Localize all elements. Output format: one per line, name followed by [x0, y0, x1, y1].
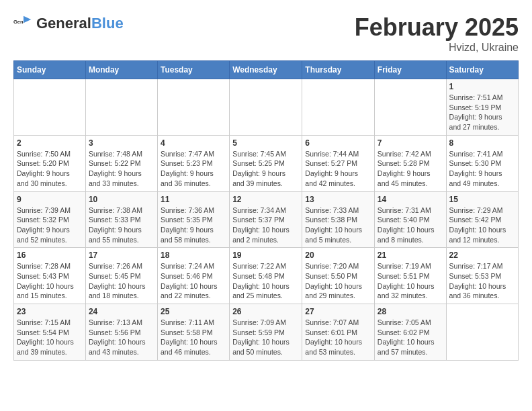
day-info: Sunrise: 7:42 AM Sunset: 5:28 PM Dayligh…	[378, 149, 443, 189]
calendar-cell	[302, 79, 375, 136]
weekday-header-row: SundayMondayTuesdayWednesdayThursdayFrid…	[14, 61, 519, 79]
calendar-cell: 10Sunrise: 7:38 AM Sunset: 5:33 PM Dayli…	[85, 191, 157, 248]
calendar-cell: 6Sunrise: 7:44 AM Sunset: 5:27 PM Daylig…	[302, 135, 375, 191]
day-info: Sunrise: 7:28 AM Sunset: 5:43 PM Dayligh…	[17, 261, 83, 301]
calendar-cell: 19Sunrise: 7:22 AM Sunset: 5:48 PM Dayli…	[230, 248, 302, 304]
page-header: Gen General Blue February 2025 Hvizd, Uk…	[13, 13, 519, 54]
day-number: 15	[449, 195, 515, 204]
day-info: Sunrise: 7:29 AM Sunset: 5:42 PM Dayligh…	[449, 205, 515, 245]
calendar-table: SundayMondayTuesdayWednesdayThursdayFrid…	[13, 60, 519, 361]
logo-icon: Gen	[13, 13, 34, 34]
weekday-header-wednesday: Wednesday	[230, 61, 302, 79]
calendar-cell: 15Sunrise: 7:29 AM Sunset: 5:42 PM Dayli…	[446, 191, 518, 248]
calendar-week-row: 16Sunrise: 7:28 AM Sunset: 5:43 PM Dayli…	[14, 248, 519, 304]
calendar-cell: 17Sunrise: 7:26 AM Sunset: 5:45 PM Dayli…	[85, 248, 157, 304]
day-number: 4	[161, 138, 226, 148]
day-number: 20	[305, 250, 371, 260]
logo-text-general: General	[36, 15, 91, 32]
calendar-cell: 9Sunrise: 7:39 AM Sunset: 5:32 PM Daylig…	[14, 191, 86, 248]
day-number: 17	[89, 250, 154, 260]
calendar-cell: 24Sunrise: 7:13 AM Sunset: 5:56 PM Dayli…	[85, 304, 157, 361]
day-number: 21	[378, 250, 443, 260]
calendar-cell: 20Sunrise: 7:20 AM Sunset: 5:50 PM Dayli…	[302, 248, 375, 304]
day-number: 12	[232, 195, 299, 204]
calendar-cell	[446, 304, 518, 361]
day-info: Sunrise: 7:24 AM Sunset: 5:46 PM Dayligh…	[161, 261, 226, 301]
calendar-week-row: 1Sunrise: 7:51 AM Sunset: 5:19 PM Daylig…	[14, 79, 519, 136]
day-info: Sunrise: 7:17 AM Sunset: 5:53 PM Dayligh…	[449, 261, 515, 301]
weekday-header-sunday: Sunday	[14, 61, 86, 79]
calendar-cell	[374, 79, 446, 136]
day-info: Sunrise: 7:15 AM Sunset: 5:54 PM Dayligh…	[17, 318, 83, 357]
calendar-cell: 11Sunrise: 7:36 AM Sunset: 5:35 PM Dayli…	[157, 191, 229, 248]
day-number: 11	[161, 195, 226, 204]
weekday-header-friday: Friday	[374, 61, 446, 79]
calendar-cell: 16Sunrise: 7:28 AM Sunset: 5:43 PM Dayli…	[14, 248, 86, 304]
day-info: Sunrise: 7:36 AM Sunset: 5:35 PM Dayligh…	[161, 205, 226, 245]
day-number: 25	[161, 307, 226, 316]
calendar-cell	[85, 79, 157, 136]
calendar-cell: 22Sunrise: 7:17 AM Sunset: 5:53 PM Dayli…	[446, 248, 518, 304]
svg-text:Gen: Gen	[13, 19, 24, 25]
calendar-cell: 7Sunrise: 7:42 AM Sunset: 5:28 PM Daylig…	[374, 135, 446, 191]
calendar-subtitle: Hvizd, Ukraine	[355, 42, 519, 54]
day-number: 16	[17, 250, 83, 260]
calendar-cell: 28Sunrise: 7:05 AM Sunset: 6:02 PM Dayli…	[374, 304, 446, 361]
day-info: Sunrise: 7:51 AM Sunset: 5:19 PM Dayligh…	[449, 93, 515, 132]
day-info: Sunrise: 7:19 AM Sunset: 5:51 PM Dayligh…	[378, 261, 443, 301]
day-info: Sunrise: 7:50 AM Sunset: 5:20 PM Dayligh…	[17, 149, 83, 189]
day-info: Sunrise: 7:31 AM Sunset: 5:40 PM Dayligh…	[378, 205, 443, 245]
weekday-header-thursday: Thursday	[302, 61, 375, 79]
day-info: Sunrise: 7:48 AM Sunset: 5:22 PM Dayligh…	[89, 149, 154, 189]
calendar-cell	[230, 79, 302, 136]
calendar-cell: 18Sunrise: 7:24 AM Sunset: 5:46 PM Dayli…	[157, 248, 229, 304]
day-info: Sunrise: 7:34 AM Sunset: 5:37 PM Dayligh…	[232, 205, 299, 245]
day-number: 10	[89, 195, 154, 204]
calendar-cell: 1Sunrise: 7:51 AM Sunset: 5:19 PM Daylig…	[446, 79, 518, 136]
calendar-cell: 12Sunrise: 7:34 AM Sunset: 5:37 PM Dayli…	[230, 191, 302, 248]
calendar-week-row: 9Sunrise: 7:39 AM Sunset: 5:32 PM Daylig…	[14, 191, 519, 248]
day-info: Sunrise: 7:47 AM Sunset: 5:23 PM Dayligh…	[161, 149, 226, 189]
day-number: 19	[232, 250, 299, 260]
weekday-header-tuesday: Tuesday	[157, 61, 229, 79]
title-block: February 2025 Hvizd, Ukraine	[355, 13, 519, 54]
calendar-cell: 26Sunrise: 7:09 AM Sunset: 5:59 PM Dayli…	[230, 304, 302, 361]
day-info: Sunrise: 7:09 AM Sunset: 5:59 PM Dayligh…	[232, 318, 299, 357]
day-number: 1	[449, 82, 515, 91]
day-info: Sunrise: 7:13 AM Sunset: 5:56 PM Dayligh…	[89, 318, 154, 357]
calendar-week-row: 2Sunrise: 7:50 AM Sunset: 5:20 PM Daylig…	[14, 135, 519, 191]
calendar-cell: 23Sunrise: 7:15 AM Sunset: 5:54 PM Dayli…	[14, 304, 86, 361]
weekday-header-saturday: Saturday	[446, 61, 518, 79]
calendar-cell: 8Sunrise: 7:41 AM Sunset: 5:30 PM Daylig…	[446, 135, 518, 191]
calendar-week-row: 23Sunrise: 7:15 AM Sunset: 5:54 PM Dayli…	[14, 304, 519, 361]
weekday-header-monday: Monday	[85, 61, 157, 79]
day-number: 3	[89, 138, 154, 148]
calendar-cell: 3Sunrise: 7:48 AM Sunset: 5:22 PM Daylig…	[85, 135, 157, 191]
calendar-cell: 4Sunrise: 7:47 AM Sunset: 5:23 PM Daylig…	[157, 135, 229, 191]
svg-marker-1	[24, 16, 31, 24]
calendar-cell	[14, 79, 86, 136]
day-number: 26	[232, 307, 299, 316]
day-number: 18	[161, 250, 226, 260]
day-number: 7	[378, 138, 443, 148]
calendar-cell: 27Sunrise: 7:07 AM Sunset: 6:01 PM Dayli…	[302, 304, 375, 361]
day-number: 23	[17, 307, 83, 316]
day-number: 9	[17, 195, 83, 204]
day-number: 27	[305, 307, 371, 316]
day-info: Sunrise: 7:20 AM Sunset: 5:50 PM Dayligh…	[305, 261, 371, 301]
day-info: Sunrise: 7:11 AM Sunset: 5:58 PM Dayligh…	[161, 318, 226, 357]
day-number: 24	[89, 307, 154, 316]
logo: Gen General Blue	[13, 13, 124, 34]
logo-text-blue: Blue	[91, 15, 124, 32]
day-info: Sunrise: 7:22 AM Sunset: 5:48 PM Dayligh…	[232, 261, 299, 301]
day-info: Sunrise: 7:44 AM Sunset: 5:27 PM Dayligh…	[305, 149, 371, 189]
day-number: 2	[17, 138, 83, 148]
day-info: Sunrise: 7:26 AM Sunset: 5:45 PM Dayligh…	[89, 261, 154, 301]
day-info: Sunrise: 7:41 AM Sunset: 5:30 PM Dayligh…	[449, 149, 515, 189]
day-number: 22	[449, 250, 515, 260]
calendar-title: February 2025	[355, 13, 519, 42]
calendar-cell: 2Sunrise: 7:50 AM Sunset: 5:20 PM Daylig…	[14, 135, 86, 191]
day-info: Sunrise: 7:45 AM Sunset: 5:25 PM Dayligh…	[232, 149, 299, 189]
day-info: Sunrise: 7:39 AM Sunset: 5:32 PM Dayligh…	[17, 205, 83, 245]
day-number: 28	[378, 307, 443, 316]
